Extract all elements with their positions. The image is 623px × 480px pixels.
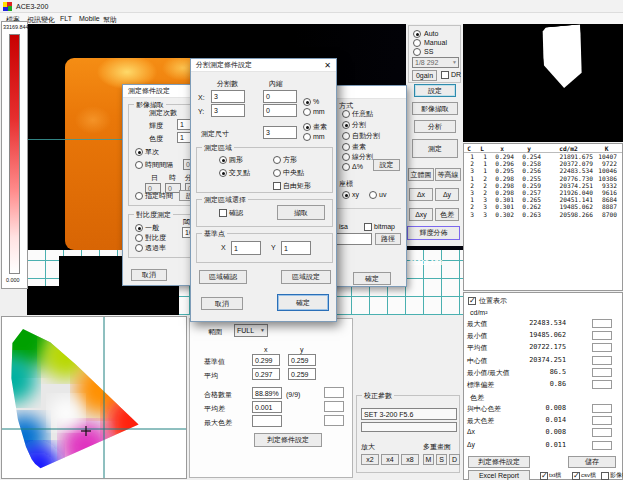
size-mm-radio[interactable] <box>303 133 311 141</box>
coord-xy-radio[interactable] <box>342 191 350 199</box>
bitmap-checkbox[interactable] <box>364 223 372 231</box>
method-set-button[interactable]: 設定 <box>373 159 400 171</box>
calibration-empty-field[interactable] <box>361 422 457 432</box>
preview-view[interactable] <box>463 24 623 142</box>
x-divisions-field[interactable]: 3 <box>211 90 245 103</box>
luminance-dist-button[interactable]: 輝度分佈 <box>407 226 460 240</box>
reference-y-field[interactable]: 0.259 <box>288 354 316 366</box>
center-point-radio[interactable] <box>273 169 281 177</box>
area-confirm-button[interactable]: 區域確認 <box>199 270 247 284</box>
table-row[interactable]: 130.3010.26520451.1418684 <box>464 196 622 203</box>
max-diff-judge-box <box>324 415 344 426</box>
path-button[interactable]: 路徑 <box>375 233 401 245</box>
auto-radio[interactable] <box>413 30 421 38</box>
y-inset-field[interactable]: 0 <box>263 104 297 117</box>
view3d-button[interactable]: 立體圖 <box>408 168 434 181</box>
dr-checkbox[interactable] <box>441 71 449 79</box>
square-radio[interactable] <box>273 156 281 164</box>
range-select[interactable]: FULL▼ <box>234 324 268 337</box>
general-radio[interactable] <box>135 224 143 232</box>
table-row[interactable]: 320.2980.25721926.0409616 <box>464 189 622 196</box>
conditions-cancel-button[interactable]: 取消 <box>131 269 167 281</box>
method-pixel-radio[interactable] <box>342 143 350 151</box>
table-row[interactable]: 110.2940.25421891.67510407 <box>464 153 622 160</box>
split-ok-button[interactable]: 確定 <box>277 294 329 311</box>
cie-diagram-panel[interactable] <box>1 316 187 479</box>
table-row[interactable]: 310.2950.25622483.53410046 <box>464 167 622 174</box>
analyze-button[interactable]: 分析 <box>414 120 456 133</box>
base-y-field[interactable]: 1 <box>281 241 311 255</box>
menu-flt[interactable]: FLT <box>57 14 75 23</box>
average-y-field[interactable]: 0.259 <box>288 368 316 380</box>
zoom-x8-button[interactable]: x8 <box>401 454 419 465</box>
table-row[interactable]: 230.3010.26219485.0628887 <box>464 203 622 210</box>
method-auto-split-radio[interactable] <box>342 132 350 140</box>
method-any-point-radio[interactable] <box>342 110 350 118</box>
measure-area-group: 測定區域 圓形 方形 交叉點 中央點 自由矩形 <box>196 147 333 193</box>
method-delta-percent-radio[interactable] <box>342 163 350 171</box>
txt-file-checkbox[interactable] <box>540 472 548 480</box>
path-field[interactable] <box>335 233 372 245</box>
stats-judge-button[interactable]: 判定條件設定 <box>468 456 530 468</box>
csv-file-checkbox[interactable] <box>572 472 580 480</box>
y-divisions-field[interactable]: 3 <box>211 104 245 117</box>
size-pixel-radio[interactable] <box>303 123 311 131</box>
stat-label: Δy <box>467 441 475 448</box>
split-cancel-button[interactable]: 取消 <box>201 297 243 310</box>
delta-xy-button[interactable]: Δxy <box>409 208 433 221</box>
free-rect-checkbox[interactable] <box>273 182 281 190</box>
circle-radio[interactable] <box>219 156 227 164</box>
interval-radio[interactable] <box>135 161 143 169</box>
inset-mm-radio[interactable] <box>303 108 311 116</box>
color-diff-button[interactable]: 色差 <box>435 208 459 221</box>
inset-percent-radio[interactable] <box>303 98 311 106</box>
manual-radio[interactable] <box>413 39 421 47</box>
measure-button[interactable]: 測定 <box>412 139 458 158</box>
method-line-split-radio[interactable] <box>342 153 350 161</box>
zoom-x2-button[interactable]: x2 <box>361 454 379 465</box>
excel-report-button[interactable]: Excel Report <box>468 470 530 480</box>
x-inset-field[interactable]: 0 <box>263 90 297 103</box>
confirm-checkbox[interactable] <box>219 209 227 217</box>
average-x-field[interactable]: 0.297 <box>252 368 280 380</box>
save-button[interactable]: 儲存 <box>568 456 616 468</box>
timed-radio[interactable] <box>135 192 143 200</box>
position-display-checkbox[interactable] <box>468 297 476 305</box>
contrast-radio[interactable] <box>135 234 143 242</box>
area-set-button[interactable]: 區域設定 <box>281 270 331 284</box>
table-row[interactable]: 220.2980.25920374.2519332 <box>464 182 622 189</box>
method-split-radio[interactable] <box>342 121 350 129</box>
dialog-split-close-icon[interactable]: ✕ <box>324 61 331 70</box>
table-row[interactable]: 330.3020.26320598.2668700 <box>464 211 622 218</box>
judge-condition-button[interactable]: 判定條件設定 <box>254 433 322 447</box>
luminance-dist-label: 輝度分佈 <box>420 228 448 238</box>
cross-point-radio[interactable] <box>219 169 227 177</box>
multi-m-button[interactable]: M <box>423 454 434 465</box>
multi-s-button[interactable]: S <box>436 454 447 465</box>
delta-y-button[interactable]: Δy <box>435 188 459 201</box>
table-row[interactable]: 120.2980.25520776.73010386 <box>464 175 622 182</box>
delta-x-button[interactable]: Δx <box>409 188 433 201</box>
image-file-checkbox[interactable] <box>601 472 609 480</box>
multi-d-button[interactable]: D <box>449 454 460 465</box>
capture-area-button[interactable]: 擷取 <box>277 205 325 220</box>
x-row-label: X: <box>198 93 205 102</box>
settings-button[interactable]: 設定 <box>414 84 456 97</box>
base-x-field[interactable]: 1 <box>231 241 261 255</box>
single-radio[interactable] <box>135 148 143 156</box>
method-ok-button[interactable]: 確定 <box>353 272 391 285</box>
transmittance-radio[interactable] <box>135 244 143 252</box>
reference-x-field[interactable]: 0.299 <box>252 354 280 366</box>
zoom-x4-button[interactable]: x4 <box>381 454 399 465</box>
calibration-value-field[interactable]: SET 3-200 F5.6 <box>361 408 457 420</box>
size-field[interactable]: 3 <box>263 126 297 139</box>
image-capture-button[interactable]: 影像擷取 <box>412 102 458 115</box>
contour-button[interactable]: 等高線 <box>435 168 461 181</box>
shutter-select[interactable]: 1/8 292▼ <box>412 57 459 68</box>
coord-uv-radio[interactable] <box>369 191 377 199</box>
menu-mobile[interactable]: Mobile <box>76 14 103 23</box>
ss-radio[interactable] <box>413 48 421 56</box>
dialog-split-titlebar[interactable]: 分割測定條件設定 <box>191 59 336 72</box>
table-row[interactable]: 210.2960.25820372.0799722 <box>464 160 622 167</box>
gain-button[interactable]: 0gain <box>412 70 437 81</box>
